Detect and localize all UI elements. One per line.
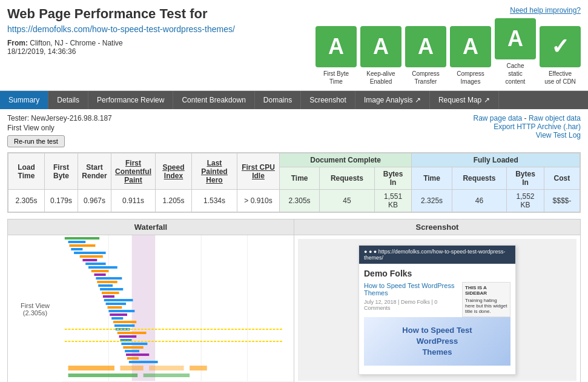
view-test-log-link[interactable]: View Test Log <box>536 131 581 139</box>
svg-rect-45 <box>149 366 183 370</box>
svg-rect-16 <box>94 273 106 276</box>
svg-rect-9 <box>71 248 82 250</box>
svg-rect-29 <box>113 321 136 323</box>
svg-rect-23 <box>104 299 133 301</box>
page-header: Web Page Performance Test for https://de… <box>0 0 588 91</box>
svg-rect-14 <box>88 266 117 269</box>
tab-summary[interactable]: Summary <box>0 91 48 109</box>
tab-request-map[interactable]: Request Map ↗ <box>430 91 499 109</box>
help-link[interactable]: Need help improving? <box>510 6 581 15</box>
grade-label-compress-transfer: Compress Transfer <box>412 70 440 85</box>
svg-rect-30 <box>114 324 134 327</box>
mock-sidebar: THIS IS A SIDEBAR Training hating here b… <box>462 282 510 317</box>
mock-browser-bar: ● ● ● https://demofolks.com/how-to-speed… <box>359 246 515 264</box>
screenshot-preview: ● ● ● https://demofolks.com/how-to-speed… <box>298 239 576 381</box>
rerun-button[interactable]: Re-run the test <box>7 135 65 147</box>
grade-compress-images: ACompress Images <box>450 26 491 85</box>
screenshot-panel: Screenshot ● ● ● https://demofolks.com/h… <box>294 219 580 382</box>
grade-box-keep-alive: A <box>360 26 401 67</box>
svg-rect-39 <box>127 357 139 360</box>
doc-complete-header: Document Complete <box>279 153 411 167</box>
from-label: From: <box>7 39 28 47</box>
svg-rect-22 <box>103 295 114 298</box>
cell-speed-index: 1.205s <box>155 190 191 212</box>
svg-rect-37 <box>125 350 139 352</box>
svg-rect-19 <box>98 284 113 287</box>
cell-cost: $$$$- <box>544 190 580 212</box>
bottom-panels: Waterfall First View(2.305s) <box>7 219 581 382</box>
cell-first-cpu: > 0.910s <box>237 190 279 212</box>
col-fcp: FirstContentfulPaint <box>111 153 156 190</box>
screenshot-mock-site: ● ● ● https://demofolks.com/how-to-speed… <box>358 245 516 375</box>
sidebar-text: Training hating here but this widget tit… <box>465 298 507 314</box>
grade-label-first-byte-time: First Byte Time <box>323 70 349 85</box>
svg-rect-36 <box>123 346 143 349</box>
grade-label-effective-cdn: Effective use of CDN <box>544 70 576 85</box>
col-full-requests: Requests <box>452 167 507 190</box>
first-view-side-label: First View(2.305s) <box>8 235 62 382</box>
tested-url[interactable]: https://demofolks.com/how-to-speed-test-… <box>7 24 315 34</box>
col-start-render: StartRender <box>78 153 111 190</box>
mock-site-name: Demo Folks <box>364 269 510 278</box>
col-doc-requests: Requests <box>320 167 375 190</box>
col-speed-index: SpeedIndex <box>155 153 191 190</box>
header-meta: From: Clifton, NJ - Chrome - Native 18/1… <box>7 39 315 56</box>
svg-rect-7 <box>68 241 86 243</box>
cell-load-time: 2.305s <box>8 190 45 212</box>
tester-info-left: Tester: NewJersey-216.98.8.187 First Vie… <box>7 114 112 147</box>
header-left: Web Page Performance Test for https://de… <box>7 6 315 56</box>
svg-rect-48 <box>144 374 190 377</box>
svg-rect-27 <box>110 313 127 316</box>
col-load-time: LoadTime <box>8 153 45 190</box>
waterfall-panel: Waterfall First View(2.305s) <box>8 219 294 382</box>
tab-performance-review[interactable]: Performance Review <box>88 91 173 109</box>
svg-rect-13 <box>85 263 105 265</box>
tab-content-breakdown[interactable]: Content Breakdown <box>173 91 254 109</box>
tab-image-analysis[interactable]: Image Analysis ↗ <box>355 91 430 109</box>
mock-image-text: How to Speed Test WordPress Themes <box>402 325 472 358</box>
svg-rect-26 <box>108 310 134 312</box>
raw-object-data-link[interactable]: Raw object data <box>529 114 581 122</box>
tester-ip: Tester: NewJersey-216.98.8.187 <box>7 114 112 122</box>
tester-location: Clifton, NJ <box>30 39 63 47</box>
svg-rect-38 <box>126 354 149 356</box>
cell-doc-time: 2.305s <box>279 190 319 212</box>
view-type: First View only <box>7 124 112 132</box>
col-full-time: Time <box>412 167 452 190</box>
mock-url-bar: ● ● ● https://demofolks.com/how-to-speed… <box>364 249 510 261</box>
tab-details[interactable]: Details <box>48 91 88 109</box>
mock-meta: July 12, 2018 | Demo Folks | 0 Comments <box>364 299 458 311</box>
screenshot-panel-header: Screenshot <box>294 219 580 235</box>
col-cost: Cost <box>544 167 580 190</box>
svg-rect-11 <box>80 255 103 258</box>
col-last-painted: Last PaintedHero <box>191 153 237 190</box>
sidebar-title: THIS IS A SIDEBAR <box>465 285 507 296</box>
waterfall-panel-header: Waterfall <box>8 219 294 235</box>
grade-first-byte-time: AFirst Byte Time <box>315 26 357 85</box>
cell-fcp: 0.911s <box>111 190 156 212</box>
main-content: Tester: NewJersey-216.98.8.187 First Vie… <box>0 109 588 382</box>
header-right: Need help improving? AFirst Byte TimeAKe… <box>315 6 581 85</box>
raw-page-data-link[interactable]: Raw page data <box>474 114 523 122</box>
grade-box-compress-images: A <box>450 26 491 67</box>
grade-cache-static: ACache static content <box>495 18 536 85</box>
svg-rect-8 <box>69 244 95 247</box>
waterfall-content: First View(2.305s) <box>8 235 294 382</box>
tab-screenshot[interactable]: Screenshot <box>301 91 355 109</box>
export-har-link[interactable]: Export HTTP Archive (.har) <box>494 122 581 131</box>
waterfall-row: First View(2.305s) <box>8 235 294 382</box>
tab-domains[interactable]: Domains <box>255 91 301 109</box>
mock-site-body: Demo Folks How to Speed Test WordPress T… <box>359 264 515 374</box>
svg-rect-25 <box>107 306 122 309</box>
svg-rect-46 <box>190 366 207 370</box>
grade-box-effective-cdn: ✓ <box>540 26 581 67</box>
waterfall-chart-area[interactable] <box>62 235 294 382</box>
svg-rect-43 <box>68 366 114 370</box>
col-first-byte: FirstByte <box>45 153 78 190</box>
svg-rect-12 <box>82 259 97 261</box>
waterfall-svg <box>62 235 294 381</box>
svg-rect-44 <box>121 366 144 370</box>
svg-rect-10 <box>74 252 106 254</box>
svg-rect-15 <box>91 270 109 272</box>
grade-effective-cdn: ✓Effective use of CDN <box>540 26 581 85</box>
